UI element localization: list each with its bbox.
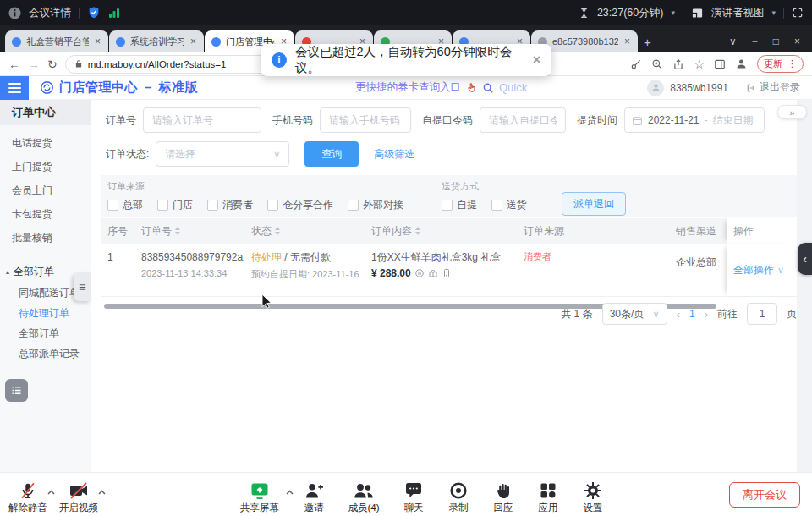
window-close-button[interactable]: × <box>794 36 800 47</box>
checkbox-icon[interactable] <box>107 200 118 211</box>
sidebar-item-all-orders[interactable]: 全部订单 <box>0 323 91 343</box>
page-number[interactable]: 1 <box>689 308 695 320</box>
tab-search-icon[interactable]: ∨ <box>729 36 737 47</box>
panel-collapse-handle[interactable]: ‹ <box>798 243 812 275</box>
sidebar-item-phone-pickup[interactable]: 电话提货 <box>0 131 91 155</box>
prev-page-icon[interactable]: ‹ <box>677 308 680 321</box>
view-dropdown-icon[interactable]: ▾ <box>771 8 776 17</box>
tab-close-icon[interactable]: × <box>94 36 102 47</box>
all-actions-dropdown[interactable]: 全部操作 ∨ <box>733 263 784 277</box>
next-page-icon[interactable]: › <box>705 308 708 321</box>
checkbox-icon[interactable] <box>442 200 453 211</box>
checkbox-source-external[interactable]: 外部对接 <box>348 198 403 212</box>
invite-button[interactable]: 邀请 <box>297 479 331 514</box>
meeting-details-button[interactable]: 会议详情 <box>29 6 71 20</box>
window-maximize-button[interactable]: □ <box>773 36 779 47</box>
sidebar-item-door-pickup[interactable]: 上门提货 <box>0 155 91 178</box>
checkbox-source-consumer[interactable]: 消费者 <box>207 198 253 212</box>
header-content[interactable]: 订单内容 <box>365 224 517 239</box>
collapse-triangle-icon: ▴ <box>6 268 9 276</box>
quick-label[interactable]: Quick <box>499 81 527 94</box>
floating-list-button[interactable] <box>5 379 28 402</box>
header-order-no[interactable]: 订单号 <box>134 224 244 239</box>
tab-close-icon[interactable]: × <box>623 36 631 47</box>
order-no-input[interactable] <box>143 107 261 133</box>
share-options-icon[interactable] <box>286 485 294 497</box>
search-button[interactable]: 查询 <box>304 141 359 167</box>
mic-options-icon[interactable] <box>47 485 55 497</box>
checkbox-source-hq[interactable]: 总部 <box>107 198 143 212</box>
advanced-filter-link[interactable]: 高级筛选 <box>374 147 414 162</box>
muted-mic-icon <box>19 479 37 501</box>
sidebar-toggle-button[interactable] <box>0 76 29 100</box>
tab-close-icon[interactable]: × <box>189 36 197 47</box>
dispatch-return-button[interactable]: 派单退回 <box>562 192 626 216</box>
leave-meeting-button[interactable]: 离开会议 <box>729 482 800 508</box>
sort-icon[interactable] <box>175 227 180 235</box>
back-icon[interactable]: ← <box>8 58 20 71</box>
settings-button[interactable]: 设置 <box>576 479 610 514</box>
apps-button[interactable]: 应用 <box>531 479 565 514</box>
shield-check-icon[interactable] <box>87 6 101 19</box>
unmute-button[interactable]: 解除静音 <box>8 479 47 514</box>
record-button[interactable]: 录制 <box>442 479 475 514</box>
members-button[interactable]: 成员(4) <box>342 479 386 514</box>
checkbox-source-store[interactable]: 门店 <box>157 198 193 212</box>
search-magnifier-icon[interactable] <box>482 82 494 94</box>
video-options-icon[interactable] <box>98 485 106 497</box>
pickup-code-input[interactable] <box>480 107 566 133</box>
page-size-select[interactable]: 30条/页 ∨ <box>602 303 667 325</box>
quick-entry-link[interactable]: 更快捷的券卡查询入口 <box>355 80 461 95</box>
expand-filters-button[interactable]: » <box>777 105 807 119</box>
timer-dropdown-icon[interactable]: ▾ <box>671 8 675 17</box>
browser-tab[interactable]: 礼盒营销平台管理中心 × <box>5 30 108 52</box>
sidebar-item-member-visit[interactable]: 会员上门 <box>0 178 91 202</box>
zoom-icon[interactable] <box>651 58 663 70</box>
username: 8385wb1991 <box>670 82 728 94</box>
new-tab-button[interactable]: + <box>644 35 651 49</box>
side-panel-icon[interactable] <box>714 58 726 70</box>
sidebar-drag-handle[interactable] <box>74 272 91 301</box>
start-video-button[interactable]: 开启视频 <box>59 479 98 514</box>
share-page-icon[interactable] <box>672 58 684 70</box>
checkbox-source-warehouse[interactable]: 仓分享合作 <box>267 198 333 212</box>
sort-icon[interactable] <box>415 227 420 235</box>
checkbox-self-pickup[interactable]: 自提 <box>442 198 477 212</box>
meeting-timer[interactable]: 23:27(60分钟) <box>597 6 664 20</box>
checkbox-icon[interactable] <box>348 200 359 211</box>
view-mode-dropdown[interactable]: 演讲者视图 <box>711 6 765 20</box>
reload-icon[interactable]: ↻ <box>47 58 58 71</box>
chat-button[interactable]: 聊天 <box>397 479 431 514</box>
sort-icon[interactable] <box>275 227 280 235</box>
phone-input[interactable] <box>320 107 411 133</box>
reactions-button[interactable]: 回应 <box>486 479 520 514</box>
sidebar-item-pending-orders[interactable]: 待处理订单 <box>0 303 91 323</box>
logout-button[interactable]: 退出登录 <box>746 80 800 95</box>
checkbox-icon[interactable] <box>491 200 502 211</box>
chrome-menu-icon[interactable]: ⋮ <box>787 58 797 69</box>
browser-tab[interactable]: 系统培训学习 × <box>109 30 204 52</box>
key-icon[interactable] <box>630 58 642 70</box>
network-signal-icon[interactable] <box>108 7 120 19</box>
checkbox-delivery[interactable]: 送货 <box>491 198 527 212</box>
gear-icon <box>583 479 603 501</box>
pickup-date-range[interactable]: 2022-11-21 - 结束日期 <box>624 107 765 133</box>
checkbox-icon[interactable] <box>267 200 278 211</box>
profile-icon[interactable] <box>735 58 748 70</box>
header-status[interactable]: 状态 <box>244 224 365 239</box>
bookmark-star-icon[interactable]: ☆ <box>694 58 705 71</box>
chrome-update-button[interactable]: 更新 ⋮ <box>757 55 804 73</box>
url-text: md.maboy.cn/AllOrder?status=1 <box>88 59 227 69</box>
sidebar-item-card-pickup[interactable]: 卡包提货 <box>0 202 91 226</box>
sidebar-item-hq-dispatch[interactable]: 总部派单记录 <box>0 343 91 364</box>
share-screen-button[interactable]: 共享屏幕 <box>233 479 286 514</box>
sidebar-item-batch-verify[interactable]: 批量核销 <box>0 226 91 250</box>
forward-icon[interactable]: → <box>28 58 40 71</box>
order-status-select[interactable]: 请选择 ∨ <box>156 141 289 167</box>
goto-page-input[interactable] <box>747 303 777 325</box>
checkbox-icon[interactable] <box>157 200 168 211</box>
checkbox-icon[interactable] <box>207 200 218 211</box>
window-minimize-button[interactable]: − <box>752 36 758 47</box>
toast-close-icon[interactable]: × <box>533 52 540 68</box>
fullscreen-icon[interactable] <box>792 7 804 19</box>
